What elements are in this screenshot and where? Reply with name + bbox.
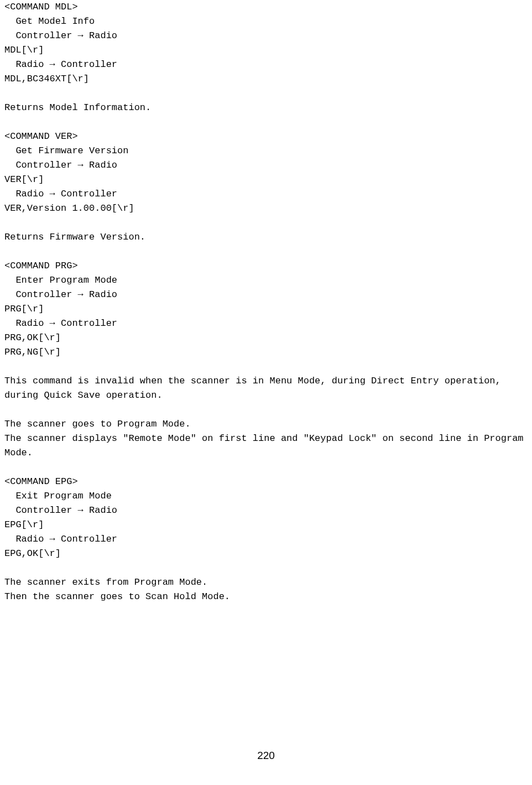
cmd-mdl-header: <COMMAND MDL> bbox=[4, 0, 528, 14]
cmd-epg-ctr-cmd: EPG[\r] bbox=[4, 518, 528, 532]
blank-line bbox=[4, 460, 528, 475]
cmd-epg-radio-resp: EPG,OK[\r] bbox=[4, 547, 528, 561]
cmd-ver-title: Get Firmware Version bbox=[4, 144, 528, 158]
cmd-prg-desc2: The scanner goes to Program Mode. The sc… bbox=[4, 417, 528, 460]
cmd-mdl-radio-label: Radio → Controller bbox=[4, 58, 528, 72]
cmd-ver-radio-resp: VER,Version 1.00.00[\r] bbox=[4, 201, 528, 216]
blank-line bbox=[4, 561, 528, 575]
cmd-ver-ctr-cmd: VER[\r] bbox=[4, 173, 528, 187]
blank-line bbox=[4, 360, 528, 374]
cmd-epg-radio-label: Radio → Controller bbox=[4, 532, 528, 547]
cmd-prg-title: Enter Program Mode bbox=[4, 273, 528, 288]
cmd-ver-radio-label: Radio → Controller bbox=[4, 187, 528, 201]
cmd-mdl-title: Get Model Info bbox=[4, 14, 528, 29]
cmd-prg-desc: This command is invalid when the scanner… bbox=[4, 374, 528, 403]
cmd-epg-title: Exit Program Mode bbox=[4, 489, 528, 503]
cmd-prg-radio-resp2: PRG,NG[\r] bbox=[4, 345, 528, 360]
page-number: 220 bbox=[0, 748, 532, 763]
cmd-prg-ctr-label: Controller → Radio bbox=[4, 288, 528, 302]
cmd-mdl-ctr-cmd: MDL[\r] bbox=[4, 43, 528, 58]
cmd-epg-ctr-label: Controller → Radio bbox=[4, 503, 528, 518]
cmd-ver-header: <COMMAND VER> bbox=[4, 129, 528, 144]
blank-line bbox=[4, 115, 528, 129]
cmd-epg-header: <COMMAND EPG> bbox=[4, 475, 528, 489]
cmd-ver-desc: Returns Firmware Version. bbox=[4, 230, 528, 245]
cmd-mdl-radio-resp: MDL,BC346XT[\r] bbox=[4, 72, 528, 86]
cmd-prg-radio-label: Radio → Controller bbox=[4, 316, 528, 331]
cmd-ver-ctr-label: Controller → Radio bbox=[4, 158, 528, 173]
cmd-prg-ctr-cmd: PRG[\r] bbox=[4, 302, 528, 316]
cmd-mdl-ctr-label: Controller → Radio bbox=[4, 29, 528, 43]
cmd-mdl-desc: Returns Model Information. bbox=[4, 101, 528, 115]
cmd-epg-desc: The scanner exits from Program Mode. The… bbox=[4, 575, 528, 604]
blank-line bbox=[4, 216, 528, 230]
blank-line bbox=[4, 86, 528, 101]
cmd-prg-radio-resp1: PRG,OK[\r] bbox=[4, 331, 528, 345]
blank-line bbox=[4, 245, 528, 259]
cmd-prg-header: <COMMAND PRG> bbox=[4, 259, 528, 273]
page: <COMMAND MDL> Get Model Info Controller … bbox=[0, 0, 532, 785]
blank-line bbox=[4, 403, 528, 417]
